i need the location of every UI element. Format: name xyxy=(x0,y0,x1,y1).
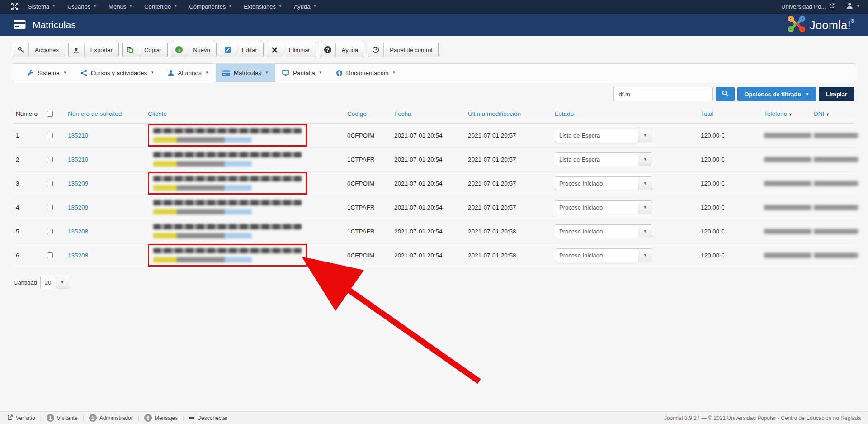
col-cliente[interactable]: Cliente xyxy=(148,110,167,117)
exportar-button[interactable]: Exportar xyxy=(68,43,119,57)
user-menu[interactable]: ▼ xyxy=(846,2,860,10)
admins-count-badge: 1 xyxy=(89,414,97,422)
user-icon xyxy=(168,70,174,76)
clear-button[interactable]: Limpiar xyxy=(819,87,854,101)
footer-credits: Joomla! 3.9.27 — © 2021 Universidad Popu… xyxy=(664,415,861,421)
estado-select[interactable]: Proceso Iniciado ▼ xyxy=(555,176,652,190)
col-modificacion[interactable]: Última modificación xyxy=(468,110,521,117)
search-input[interactable] xyxy=(613,87,713,101)
row-checkbox[interactable] xyxy=(47,133,53,138)
editar-button[interactable]: Editar xyxy=(220,43,264,57)
codigo-value: 1CTPAFR xyxy=(345,156,392,163)
subnav-alumnos[interactable]: Alumnos ▼ xyxy=(161,64,215,82)
menu-sistema[interactable]: Sistema ▼ xyxy=(22,0,61,13)
chevron-down-icon: ▼ xyxy=(856,5,860,8)
estado-select[interactable]: Lista de Espera ▼ xyxy=(555,129,652,142)
row-checkbox[interactable] xyxy=(47,229,53,234)
subnav-sistema[interactable]: Sistema ▼ xyxy=(20,64,74,82)
solicitud-link[interactable]: 135209 xyxy=(68,180,88,187)
globe-icon xyxy=(336,70,343,76)
subnav-pantalla[interactable]: Pantalla ▼ xyxy=(275,64,329,82)
estado-value: Proceso Iniciado xyxy=(555,177,638,190)
ayuda-button[interactable]: ? Ayuda xyxy=(320,43,365,57)
table-row: 5 135208 1CTPAFR 2021-07-01 20:54 2021-0… xyxy=(14,219,854,243)
chevron-down-icon: ▼ xyxy=(129,5,132,8)
subnav-cursos-y-actividades[interactable]: Cursos y actividades ▼ xyxy=(74,64,161,82)
total-value: 120,00 € xyxy=(698,252,762,259)
menu-ayuda[interactable]: Ayuda ▼ xyxy=(288,0,323,13)
menu-extensiones[interactable]: Extensiones ▼ xyxy=(238,0,288,13)
search-button[interactable] xyxy=(716,87,735,101)
subnav-matriculas[interactable]: Matriculas ▼ xyxy=(216,64,275,82)
view-site-link[interactable]: Ver sitio xyxy=(7,414,35,422)
site-preview-link[interactable]: Universidad Po... xyxy=(781,3,835,10)
chevron-down-icon: ▼ xyxy=(319,71,322,75)
panel-de-control-button[interactable]: Panel de control xyxy=(368,43,439,57)
select-all-checkbox[interactable] xyxy=(47,111,53,117)
subnav-label: Matriculas xyxy=(234,70,262,76)
chevron-down-icon: ▼ xyxy=(313,5,317,8)
row-checkbox[interactable] xyxy=(47,205,53,210)
menu-label: Usuarios xyxy=(67,3,90,10)
solicitud-link[interactable]: 135208 xyxy=(68,252,88,259)
menu-menus[interactable]: Menús ▼ xyxy=(103,0,138,13)
visitors-status[interactable]: 1 Visitante xyxy=(47,414,78,422)
subnav-documentacion[interactable]: Documentación ▼ xyxy=(329,64,403,82)
admins-status[interactable]: 1 Administrador xyxy=(89,414,133,422)
list-limit-label: Cantidad xyxy=(14,279,37,286)
estado-select[interactable]: Lista de Espera ▼ xyxy=(555,152,652,166)
logout-link[interactable]: Desconectar xyxy=(189,415,227,421)
list-limit-select[interactable]: 20 ▼ xyxy=(40,276,69,289)
logout-icon xyxy=(189,417,194,419)
row-checkbox[interactable] xyxy=(47,252,53,258)
filter-options-label: Opciones de filtrado xyxy=(744,91,801,98)
logout-label: Desconectar xyxy=(197,415,227,421)
sort-caret-icon: ▼ xyxy=(826,112,830,117)
menu-componentes[interactable]: Componentes ▼ xyxy=(183,0,238,13)
chevron-down-icon: ▼ xyxy=(638,177,652,190)
solicitud-link[interactable]: 135210 xyxy=(68,156,88,163)
menu-label: Menús xyxy=(108,3,126,10)
estado-value: Lista de Espera xyxy=(555,129,638,142)
estado-select[interactable]: Proceso Iniciado ▼ xyxy=(555,200,652,214)
chevron-down-icon: ▼ xyxy=(205,71,209,75)
messages-count-badge: 0 xyxy=(144,414,152,422)
solicitud-link[interactable]: 135210 xyxy=(68,132,88,139)
help-icon: ? xyxy=(320,43,336,57)
messages-status[interactable]: 0 Mensajes xyxy=(144,414,178,422)
table-row: 4 135209 1CTPAFR 2021-07-01 20:54 2021-0… xyxy=(14,195,854,219)
estado-select[interactable]: Proceso Iniciado ▼ xyxy=(555,224,652,238)
menu-usuarios[interactable]: Usuarios ▼ xyxy=(61,0,103,13)
total-value: 120,00 € xyxy=(698,180,762,187)
filter-options-button[interactable]: Opciones de filtrado ▼ xyxy=(737,87,816,101)
fecha-value: 2021-07-01 20:54 xyxy=(392,252,466,259)
menu-contenido[interactable]: Contenido ▼ xyxy=(138,0,183,13)
divider: | xyxy=(83,415,84,421)
col-telefono[interactable]: Teléfono▼ xyxy=(764,110,793,117)
acciones-button[interactable]: Acciones xyxy=(13,43,65,57)
subnav-label: Cursos y actividades xyxy=(91,70,147,76)
modificacion-value: 2021-07-01 20:58 xyxy=(466,252,552,259)
copiar-button[interactable]: Copiar xyxy=(122,43,168,57)
col-estado[interactable]: Estado xyxy=(555,110,574,117)
col-total[interactable]: Total xyxy=(701,110,714,117)
view-site-label: Ver sitio xyxy=(16,415,35,421)
estado-select[interactable]: Proceso Iniciado ▼ xyxy=(555,248,652,262)
fecha-value: 2021-07-01 20:54 xyxy=(392,204,466,211)
col-dni[interactable]: DNI▼ xyxy=(814,110,830,117)
nuevo-button[interactable]: + Nuevo xyxy=(171,43,217,57)
col-solicitud[interactable]: Número de solicitud xyxy=(68,110,122,117)
chevron-down-icon: ▼ xyxy=(56,276,69,289)
joomla-brand: Joomla!® xyxy=(788,16,854,34)
eliminar-button[interactable]: Eliminar xyxy=(267,43,316,57)
codigo-value: 1CTPAFR xyxy=(345,228,392,235)
col-fecha[interactable]: Fecha xyxy=(394,110,411,117)
estado-value: Proceso Iniciado xyxy=(555,201,638,214)
solicitud-link[interactable]: 135209 xyxy=(68,204,88,211)
search-icon xyxy=(722,90,729,98)
solicitud-link[interactable]: 135208 xyxy=(68,228,88,235)
row-checkbox[interactable] xyxy=(47,157,53,162)
subnav-label: Documentación xyxy=(346,70,389,76)
row-checkbox[interactable] xyxy=(47,181,53,186)
col-codigo[interactable]: Código xyxy=(347,110,367,117)
